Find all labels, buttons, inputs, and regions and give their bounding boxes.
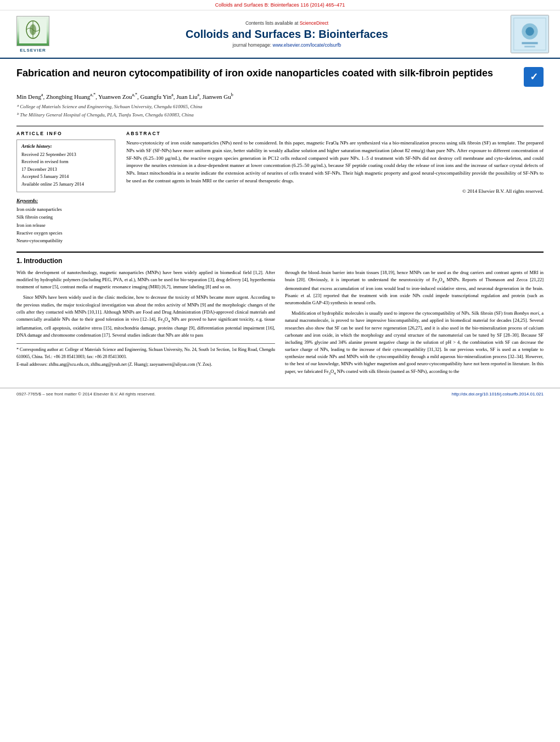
crossmark-badge[interactable]: ✓: [524, 67, 544, 87]
svg-point-7: [525, 27, 534, 36]
keyword-5: Neuro-cytocompatibility: [16, 237, 115, 244]
journal-citation: Colloids and Surfaces B: Biointerfaces 1…: [0, 0, 560, 10]
article-info-col: ARTICLE INFO Article history: Received 2…: [16, 131, 115, 245]
sciencedirect-link[interactable]: ScienceDirect: [300, 20, 328, 26]
homepage-line: journal homepage: www.elsevier.com/locat…: [63, 42, 511, 48]
accepted-date: Accepted 5 January 2014: [21, 173, 110, 181]
journal-cover-image: [511, 15, 549, 53]
info-abstract-section: ARTICLE INFO Article history: Received 2…: [16, 126, 544, 245]
abstract-label: ABSTRACT: [126, 131, 544, 136]
keywords-section: Keywords: Iron oxide nanoparticles Silk …: [16, 198, 115, 245]
received-date: Received 22 September 2013: [21, 151, 110, 159]
history-title: Article history:: [21, 143, 110, 149]
keyword-1: Iron oxide nanoparticles: [16, 205, 115, 213]
contents-available: Contents lists available at ScienceDirec…: [63, 20, 511, 26]
abstract-col: ABSTRACT Neuro-cytotoxicity of iron oxid…: [126, 131, 544, 245]
revised-date: 17 December 2013: [21, 166, 110, 174]
journal-header: ELSEVIER Contents lists available at Sci…: [0, 10, 560, 59]
intro-para-4: Modification of hydrophilic molecules is…: [285, 310, 544, 376]
article-info-label: ARTICLE INFO: [16, 131, 115, 136]
intro-para-3: through the blood–brain barrier into bra…: [285, 269, 544, 306]
homepage-link[interactable]: www.elsevier.com/locate/colsurfb: [273, 42, 341, 48]
footer-doi[interactable]: http://dx.doi.org/10.1016/j.colsurfb.201…: [452, 392, 544, 397]
abstract-copyright: © 2014 Elsevier B.V. All rights reserved…: [126, 188, 544, 194]
intro-para-1: With the development of nanotechnology, …: [16, 269, 275, 291]
footer-issn: 0927-7765/$ – see front matter © 2014 El…: [16, 392, 155, 397]
article-header: Fabrication and neuron cytocompatibility…: [16, 67, 544, 87]
keywords-list: Iron oxide nanoparticles Silk fibroin co…: [16, 205, 115, 245]
keyword-4: Reactive oxygen species: [16, 229, 115, 237]
affiliations: ᵃ College of Materials Science and Engin…: [16, 103, 544, 119]
keyword-3: Iron ion release: [16, 221, 115, 229]
intro-para-2: Since MNPs have been widely used in the …: [16, 294, 275, 339]
received-revised-label: Received in revised form: [21, 158, 110, 166]
affiliation-a: ᵃ College of Materials Science and Engin…: [16, 103, 544, 111]
abstract-text: Neuro-cytotoxicity of iron oxide nanopar…: [126, 140, 544, 186]
article-title: Fabrication and neuron cytocompatibility…: [16, 67, 518, 80]
elsevier-logo: ELSEVIER: [11, 16, 55, 53]
body-two-col: With the development of nanotechnology, …: [16, 269, 544, 380]
keyword-2: Silk fibroin coating: [16, 213, 115, 221]
body-col-right: through the blood–brain barrier into bra…: [285, 269, 544, 380]
main-content: Fabrication and neuron cytocompatibility…: [0, 59, 560, 388]
page-footer: 0927-7765/$ – see front matter © 2014 El…: [0, 388, 560, 400]
svg-rect-9: [524, 46, 535, 47]
footnote-email: E-mail addresses: zhlhu.ang@scu.edu.cn, …: [16, 361, 275, 369]
body-col-left: With the development of nanotechnology, …: [16, 269, 275, 380]
svg-rect-8: [522, 42, 537, 44]
authors-line: Min Denga, Zhongbing Huanga,*, Yuanwen Z…: [16, 92, 544, 100]
article-history-box: Article history: Received 22 September 2…: [16, 140, 115, 192]
section-title: 1. Introduction: [16, 257, 544, 265]
elsevier-name: ELSEVIER: [20, 48, 46, 53]
available-date: Available online 25 January 2014: [21, 181, 110, 188]
introduction-section: 1. Introduction With the development of …: [16, 252, 544, 380]
keywords-title: Keywords:: [16, 198, 115, 203]
elsevier-logo-image: [16, 16, 49, 46]
journal-title: Colloids and Surfaces B: Biointerfaces: [63, 27, 511, 41]
footnote-section: * Corresponding author at: College of Ma…: [16, 343, 275, 369]
header-center: Contents lists available at ScienceDirec…: [63, 20, 511, 48]
footnote-asterisk: * Corresponding author at: College of Ma…: [16, 347, 275, 361]
affiliation-b: ᵇ The Military General Hospital of Cheng…: [16, 111, 544, 119]
